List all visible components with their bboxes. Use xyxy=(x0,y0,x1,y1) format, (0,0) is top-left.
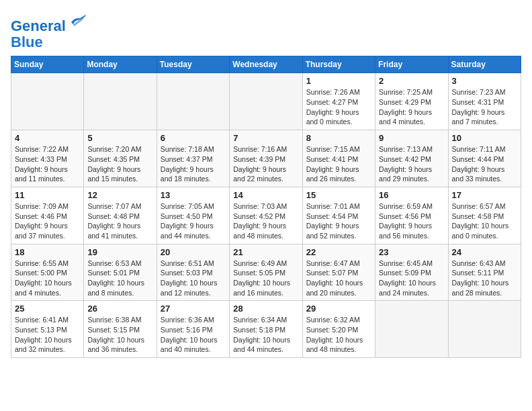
weekday-header-monday: Monday xyxy=(84,56,157,73)
day-number: 4 xyxy=(15,133,80,143)
day-number: 12 xyxy=(87,190,152,200)
weekday-header-sunday: Sunday xyxy=(11,56,84,73)
day-number: 3 xyxy=(452,76,517,86)
day-number: 22 xyxy=(306,247,371,257)
weekday-header-wednesday: Wednesday xyxy=(230,56,302,73)
calendar-cell: 19Sunrise: 6:53 AM Sunset: 5:01 PM Dayli… xyxy=(84,244,157,301)
calendar-cell: 28Sunrise: 6:34 AM Sunset: 5:18 PM Dayli… xyxy=(230,301,302,358)
logo-bird-icon xyxy=(67,11,87,31)
calendar-cell: 27Sunrise: 6:36 AM Sunset: 5:16 PM Dayli… xyxy=(157,301,229,358)
calendar-cell: 4Sunrise: 7:22 AM Sunset: 4:33 PM Daylig… xyxy=(11,130,84,187)
calendar-cell: 29Sunrise: 6:32 AM Sunset: 5:20 PM Dayli… xyxy=(302,301,375,358)
day-number: 13 xyxy=(161,190,226,200)
day-number: 19 xyxy=(87,247,152,257)
calendar-cell: 11Sunrise: 7:09 AM Sunset: 4:46 PM Dayli… xyxy=(11,187,84,244)
day-number: 17 xyxy=(452,190,517,200)
calendar-cell: 26Sunrise: 6:38 AM Sunset: 5:15 PM Dayli… xyxy=(84,301,157,358)
day-info: Sunrise: 6:59 AM Sunset: 4:56 PM Dayligh… xyxy=(379,201,444,241)
day-info: Sunrise: 7:18 AM Sunset: 4:37 PM Dayligh… xyxy=(161,144,226,184)
weekday-header-thursday: Thursday xyxy=(302,56,375,73)
calendar-cell: 9Sunrise: 7:13 AM Sunset: 4:42 PM Daylig… xyxy=(375,130,448,187)
calendar-cell: 14Sunrise: 7:03 AM Sunset: 4:52 PM Dayli… xyxy=(230,187,302,244)
calendar-cell xyxy=(84,73,157,130)
day-number: 27 xyxy=(161,304,226,314)
day-info: Sunrise: 6:36 AM Sunset: 5:16 PM Dayligh… xyxy=(161,315,226,355)
calendar-cell: 21Sunrise: 6:49 AM Sunset: 5:05 PM Dayli… xyxy=(230,244,302,301)
day-info: Sunrise: 7:16 AM Sunset: 4:39 PM Dayligh… xyxy=(233,144,298,184)
weekday-header-saturday: Saturday xyxy=(448,56,521,73)
day-info: Sunrise: 6:41 AM Sunset: 5:13 PM Dayligh… xyxy=(15,315,80,355)
logo-text: General xyxy=(11,11,87,34)
calendar-week-row: 11Sunrise: 7:09 AM Sunset: 4:46 PM Dayli… xyxy=(11,187,521,244)
day-number: 23 xyxy=(379,247,444,257)
day-number: 26 xyxy=(87,304,152,314)
day-number: 18 xyxy=(15,247,80,257)
day-info: Sunrise: 7:09 AM Sunset: 4:46 PM Dayligh… xyxy=(15,201,80,241)
page-header: General Blue xyxy=(11,11,521,50)
day-info: Sunrise: 6:38 AM Sunset: 5:15 PM Dayligh… xyxy=(87,315,152,355)
day-info: Sunrise: 6:53 AM Sunset: 5:01 PM Dayligh… xyxy=(87,259,152,298)
day-info: Sunrise: 6:32 AM Sunset: 5:20 PM Dayligh… xyxy=(306,315,371,355)
day-info: Sunrise: 7:07 AM Sunset: 4:48 PM Dayligh… xyxy=(87,201,152,241)
day-number: 14 xyxy=(233,190,298,200)
day-number: 29 xyxy=(306,304,371,314)
calendar-cell: 8Sunrise: 7:15 AM Sunset: 4:41 PM Daylig… xyxy=(302,130,375,187)
day-number: 10 xyxy=(452,133,517,143)
day-info: Sunrise: 6:57 AM Sunset: 4:58 PM Dayligh… xyxy=(452,201,517,241)
calendar-cell: 15Sunrise: 7:01 AM Sunset: 4:54 PM Dayli… xyxy=(302,187,375,244)
day-info: Sunrise: 7:22 AM Sunset: 4:33 PM Dayligh… xyxy=(15,144,80,184)
calendar-week-row: 18Sunrise: 6:55 AM Sunset: 5:00 PM Dayli… xyxy=(11,244,521,301)
calendar-cell xyxy=(230,73,302,130)
day-info: Sunrise: 6:55 AM Sunset: 5:00 PM Dayligh… xyxy=(15,259,80,298)
calendar-week-row: 1Sunrise: 7:26 AM Sunset: 4:27 PM Daylig… xyxy=(11,73,521,130)
calendar-cell xyxy=(157,73,229,130)
day-info: Sunrise: 6:47 AM Sunset: 5:07 PM Dayligh… xyxy=(306,259,371,298)
day-info: Sunrise: 7:20 AM Sunset: 4:35 PM Dayligh… xyxy=(87,144,152,184)
day-number: 7 xyxy=(233,133,298,143)
weekday-header-tuesday: Tuesday xyxy=(157,56,229,73)
calendar-cell: 12Sunrise: 7:07 AM Sunset: 4:48 PM Dayli… xyxy=(84,187,157,244)
calendar-cell: 3Sunrise: 7:23 AM Sunset: 4:31 PM Daylig… xyxy=(448,73,521,130)
day-number: 5 xyxy=(87,133,152,143)
day-info: Sunrise: 6:51 AM Sunset: 5:03 PM Dayligh… xyxy=(161,259,226,298)
calendar-cell: 22Sunrise: 6:47 AM Sunset: 5:07 PM Dayli… xyxy=(302,244,375,301)
day-number: 20 xyxy=(161,247,226,257)
calendar-cell: 24Sunrise: 6:43 AM Sunset: 5:11 PM Dayli… xyxy=(448,244,521,301)
calendar-cell xyxy=(375,301,448,358)
day-number: 8 xyxy=(306,133,371,143)
calendar-cell xyxy=(448,301,521,358)
calendar-cell: 5Sunrise: 7:20 AM Sunset: 4:35 PM Daylig… xyxy=(84,130,157,187)
day-number: 2 xyxy=(379,76,444,86)
day-info: Sunrise: 6:34 AM Sunset: 5:18 PM Dayligh… xyxy=(233,315,298,355)
day-info: Sunrise: 7:26 AM Sunset: 4:27 PM Dayligh… xyxy=(306,87,371,127)
calendar-cell: 18Sunrise: 6:55 AM Sunset: 5:00 PM Dayli… xyxy=(11,244,84,301)
day-number: 28 xyxy=(233,304,298,314)
day-info: Sunrise: 7:05 AM Sunset: 4:50 PM Dayligh… xyxy=(161,201,226,241)
day-info: Sunrise: 7:25 AM Sunset: 4:29 PM Dayligh… xyxy=(379,87,444,127)
day-number: 1 xyxy=(306,76,371,86)
calendar-cell: 10Sunrise: 7:11 AM Sunset: 4:44 PM Dayli… xyxy=(448,130,521,187)
logo: General Blue xyxy=(11,11,87,50)
day-info: Sunrise: 7:03 AM Sunset: 4:52 PM Dayligh… xyxy=(233,201,298,241)
day-info: Sunrise: 7:01 AM Sunset: 4:54 PM Dayligh… xyxy=(306,201,371,241)
calendar-cell: 16Sunrise: 6:59 AM Sunset: 4:56 PM Dayli… xyxy=(375,187,448,244)
day-info: Sunrise: 6:45 AM Sunset: 5:09 PM Dayligh… xyxy=(379,259,444,298)
logo-text2: Blue xyxy=(11,34,87,50)
calendar-table: SundayMondayTuesdayWednesdayThursdayFrid… xyxy=(11,56,521,358)
calendar-header-row: SundayMondayTuesdayWednesdayThursdayFrid… xyxy=(11,56,521,73)
day-info: Sunrise: 7:15 AM Sunset: 4:41 PM Dayligh… xyxy=(306,144,371,184)
calendar-cell: 7Sunrise: 7:16 AM Sunset: 4:39 PM Daylig… xyxy=(230,130,302,187)
day-info: Sunrise: 6:49 AM Sunset: 5:05 PM Dayligh… xyxy=(233,259,298,298)
day-number: 16 xyxy=(379,190,444,200)
calendar-cell: 25Sunrise: 6:41 AM Sunset: 5:13 PM Dayli… xyxy=(11,301,84,358)
day-info: Sunrise: 6:43 AM Sunset: 5:11 PM Dayligh… xyxy=(452,259,517,298)
day-number: 9 xyxy=(379,133,444,143)
calendar-cell: 1Sunrise: 7:26 AM Sunset: 4:27 PM Daylig… xyxy=(302,73,375,130)
day-info: Sunrise: 7:23 AM Sunset: 4:31 PM Dayligh… xyxy=(452,87,517,127)
calendar-cell: 20Sunrise: 6:51 AM Sunset: 5:03 PM Dayli… xyxy=(157,244,229,301)
day-number: 6 xyxy=(161,133,226,143)
calendar-week-row: 25Sunrise: 6:41 AM Sunset: 5:13 PM Dayli… xyxy=(11,301,521,358)
calendar-week-row: 4Sunrise: 7:22 AM Sunset: 4:33 PM Daylig… xyxy=(11,130,521,187)
day-info: Sunrise: 7:11 AM Sunset: 4:44 PM Dayligh… xyxy=(452,144,517,184)
day-info: Sunrise: 7:13 AM Sunset: 4:42 PM Dayligh… xyxy=(379,144,444,184)
